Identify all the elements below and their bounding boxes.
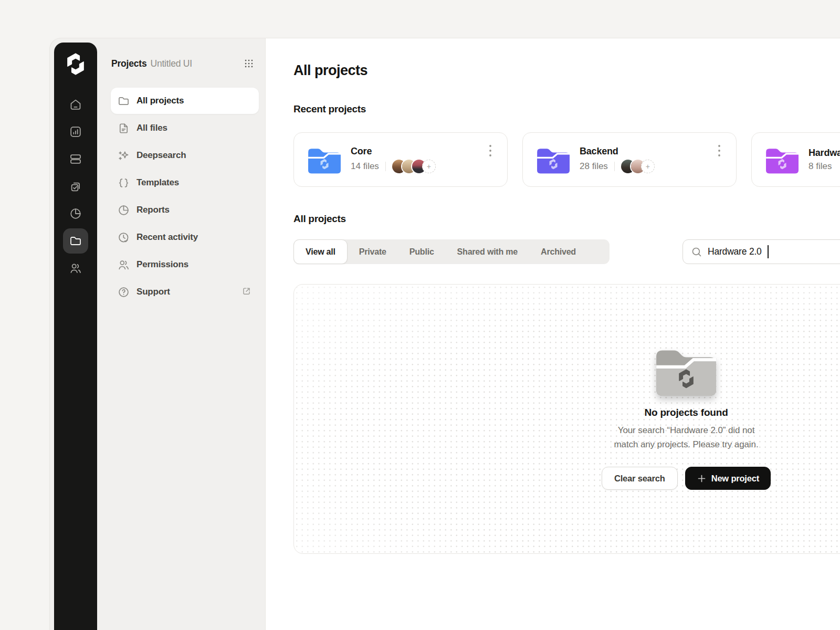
text-caret <box>768 245 769 258</box>
filter-tabs: View all Private Public Shared with me A… <box>293 239 610 264</box>
recent-projects-heading: Recent projects <box>293 103 840 115</box>
rail-item-reports[interactable] <box>63 201 88 226</box>
tasks-check-icon <box>69 180 82 193</box>
grid-dots-icon <box>243 58 255 69</box>
folder-art-icon <box>765 146 799 174</box>
sidebar-item-all-projects[interactable]: All projects <box>111 88 259 114</box>
plus-icon <box>697 474 707 484</box>
member-avatars: + <box>621 160 655 173</box>
help-circle-icon <box>118 286 130 298</box>
sidebar-item-label: Permissions <box>136 259 188 270</box>
sidebar-item-label: Deepsearch <box>136 150 186 161</box>
tab-public[interactable]: Public <box>398 239 446 264</box>
clock-check-icon <box>118 232 130 244</box>
recent-projects-row: Core 14 files + <box>293 132 840 187</box>
rail-nav <box>63 92 88 281</box>
sidebar-title: Projects <box>111 58 146 69</box>
rail-item-dashboard[interactable] <box>63 119 88 144</box>
pie-chart-icon <box>118 204 130 216</box>
tab-shared-with-me[interactable]: Shared with me <box>446 239 529 264</box>
sidebar-item-support[interactable]: Support <box>111 279 259 305</box>
sidebar-item-label: Templates <box>136 177 179 188</box>
all-projects-heading: All projects <box>293 213 840 225</box>
sparkle-icon <box>118 150 130 162</box>
rail-item-rows[interactable] <box>63 146 88 172</box>
folder-art-icon <box>308 146 341 174</box>
card-menu-button[interactable] <box>485 143 496 158</box>
pie-chart-icon <box>69 207 82 220</box>
sidebar-item-label: Support <box>136 287 170 297</box>
card-menu-button[interactable] <box>714 143 724 158</box>
sidebar-item-reports[interactable]: Reports <box>111 197 259 223</box>
rows-icon <box>69 153 82 165</box>
tab-view-all[interactable]: View all <box>293 239 348 264</box>
project-name: Hardware <box>808 148 840 159</box>
sidebar-item-all-files[interactable]: All files <box>111 115 259 141</box>
project-files-count: 28 files <box>580 161 608 172</box>
search-icon <box>691 246 702 258</box>
clear-search-button[interactable]: Clear search <box>602 467 678 490</box>
folder-icon <box>69 235 82 247</box>
tab-private[interactable]: Private <box>348 239 398 264</box>
sidebar-item-label: All projects <box>136 96 184 106</box>
app-window: Projects Untitled UI All projects All fi… <box>49 38 840 630</box>
project-files-count: 8 files <box>808 161 832 172</box>
users-icon <box>69 262 82 275</box>
new-project-button[interactable]: New project <box>685 467 771 490</box>
project-card-core[interactable]: Core 14 files + <box>293 132 508 187</box>
search-value: Hardware 2.0 <box>708 246 762 257</box>
users-icon <box>118 259 130 271</box>
kebab-icon <box>718 145 720 156</box>
rail-item-projects[interactable] <box>63 228 88 254</box>
project-card-hardware[interactable]: Hardware 8 files <box>751 132 840 187</box>
sidebar-item-templates[interactable]: Templates <box>111 170 259 196</box>
tab-archived[interactable]: Archived <box>529 239 587 264</box>
apps-grid-button[interactable] <box>243 58 255 69</box>
external-link-icon <box>242 286 251 298</box>
folder-icon <box>118 95 130 107</box>
braces-icon <box>118 177 130 189</box>
projects-empty-panel: No projects found Your search “Hardware … <box>293 284 840 554</box>
rail-item-tasks[interactable] <box>63 174 88 199</box>
rail-item-users[interactable] <box>63 256 88 281</box>
sidebar-menu: All projects All files Deepsearch Templa… <box>111 88 259 305</box>
bar-chart-square-icon <box>69 125 82 138</box>
divider <box>614 162 615 171</box>
sidebar-item-label: All files <box>136 123 167 133</box>
home-icon <box>69 98 82 111</box>
project-files-count: 14 files <box>351 161 379 172</box>
filter-toolbar: View all Private Public Shared with me A… <box>293 239 840 264</box>
sidebar-item-permissions[interactable]: Permissions <box>111 251 259 278</box>
project-name: Core <box>351 146 436 157</box>
kebab-icon <box>489 145 491 156</box>
add-member-button[interactable]: + <box>422 160 436 173</box>
untitled-ui-logo[interactable] <box>67 53 85 75</box>
empty-state: No projects found Your search “Hardware … <box>294 285 840 553</box>
sidebar-item-deepsearch[interactable]: Deepsearch <box>111 142 259 169</box>
add-member-button[interactable]: + <box>641 160 655 173</box>
empty-state-title: No projects found <box>644 407 728 418</box>
search-input[interactable]: Hardware 2.0 <box>682 239 840 264</box>
sidebar-item-label: Recent activity <box>136 232 198 243</box>
project-card-backend[interactable]: Backend 28 files + <box>522 132 737 187</box>
divider <box>385 162 386 171</box>
icon-rail <box>54 43 97 630</box>
workspace-name: Untitled UI <box>150 58 192 69</box>
rail-item-home[interactable] <box>63 92 88 117</box>
main-content: All projects Recent projects Core 14 fil… <box>266 38 840 630</box>
sidebar-item-recent-activity[interactable]: Recent activity <box>111 224 259 250</box>
empty-folder-icon <box>655 345 717 396</box>
project-name: Backend <box>580 146 655 157</box>
sidebar-header: Projects Untitled UI <box>111 56 255 71</box>
member-avatars: + <box>392 160 436 173</box>
sidebar-item-label: Reports <box>136 205 170 215</box>
folder-art-icon <box>537 146 570 174</box>
file-icon <box>118 122 130 134</box>
empty-state-description: Your search “Hardware 2.0” did not match… <box>614 424 758 452</box>
page-title: All projects <box>293 62 840 79</box>
sidebar: Projects Untitled UI All projects All fi… <box>97 38 266 630</box>
